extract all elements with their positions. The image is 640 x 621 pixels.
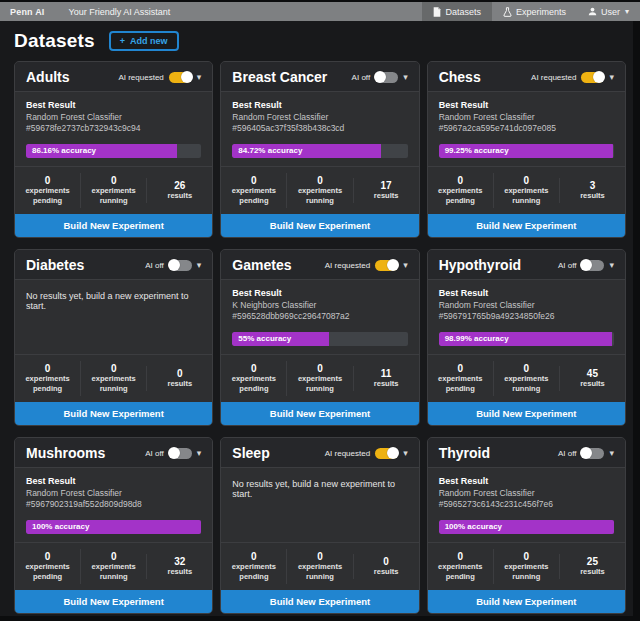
build-new-experiment-button[interactable]: Build New Experiment xyxy=(15,214,212,237)
datasets-grid: Adults AI requested ▾ Best Result Random… xyxy=(0,54,640,614)
toggle-knob xyxy=(374,71,386,83)
toggle-knob xyxy=(168,259,180,271)
chevron-down-icon[interactable]: ▾ xyxy=(197,449,202,458)
stat-running-value: 0 xyxy=(290,551,349,562)
best-result-id: #596528dbb969cc29647087a2 xyxy=(232,311,407,322)
nav-item-experiments[interactable]: Experiments xyxy=(492,2,577,21)
build-new-experiment-button[interactable]: Build New Experiment xyxy=(428,590,625,613)
card-header: Chess AI requested ▾ xyxy=(428,62,625,92)
ai-toggle[interactable] xyxy=(169,448,192,459)
dataset-title[interactable]: Hypothyroid xyxy=(439,257,521,273)
stat-pending-value: 0 xyxy=(431,363,490,374)
nav-item-datasets[interactable]: Datasets xyxy=(422,2,492,21)
stat-pending-value: 0 xyxy=(431,551,490,562)
card-body: Best Result Random Forest Classifier #59… xyxy=(221,92,418,166)
accuracy-bar-fill: 84.72% accuracy xyxy=(232,144,381,158)
accuracy-bar-fill: 99.25% accuracy xyxy=(439,144,613,158)
chevron-down-icon[interactable]: ▾ xyxy=(609,261,614,270)
dataset-card-diabetes: Diabetes AI off ▾ No results yet, build … xyxy=(14,249,213,426)
stat-pending-label: experiments pending xyxy=(18,186,77,206)
build-new-experiment-button[interactable]: Build New Experiment xyxy=(221,590,418,613)
dataset-title[interactable]: Diabetes xyxy=(26,257,84,273)
best-result-id: #596791765b9a49234850fe26 xyxy=(439,311,614,322)
ai-toggle[interactable] xyxy=(169,72,192,83)
stat-results-label: results xyxy=(150,379,209,389)
stat-running-label: experiments running xyxy=(290,186,349,206)
chevron-down-icon[interactable]: ▾ xyxy=(197,261,202,270)
ai-status-label: AI requested xyxy=(118,73,163,82)
stat-pending-value: 0 xyxy=(18,551,77,562)
dataset-title[interactable]: Thyroid xyxy=(439,445,490,461)
stat-results: 45results xyxy=(559,366,625,391)
chevron-down-icon[interactable]: ▾ xyxy=(403,449,408,458)
ai-status-label: AI off xyxy=(145,449,164,458)
stat-running-value: 0 xyxy=(84,175,143,186)
build-new-experiment-button[interactable]: Build New Experiment xyxy=(15,590,212,613)
chevron-down-icon[interactable]: ▾ xyxy=(403,73,408,82)
chevron-down-icon[interactable]: ▾ xyxy=(403,261,408,270)
dataset-title[interactable]: Gametes xyxy=(232,257,291,273)
best-result-id: #5967a2ca595e741dc097e085 xyxy=(439,123,614,134)
dataset-title[interactable]: Adults xyxy=(26,69,70,85)
chevron-down-icon[interactable]: ▾ xyxy=(197,73,202,82)
ai-toggle[interactable] xyxy=(375,72,398,83)
toggle-knob xyxy=(580,447,592,459)
stat-pending-value: 0 xyxy=(18,363,77,374)
stat-pending-value: 0 xyxy=(224,551,283,562)
dataset-title[interactable]: Sleep xyxy=(232,445,269,461)
app-logo[interactable]: Penn AI xyxy=(0,7,55,17)
dataset-card-hypothyroid: Hypothyroid AI off ▾ Best Result Random … xyxy=(427,249,626,426)
build-new-experiment-button[interactable]: Build New Experiment xyxy=(428,214,625,237)
dataset-title[interactable]: Breast Cancer xyxy=(232,69,327,85)
build-new-experiment-button[interactable]: Build New Experiment xyxy=(221,402,418,425)
accuracy-bar: 100% accuracy xyxy=(439,520,614,534)
ai-toggle[interactable] xyxy=(169,260,192,271)
nav-item-user[interactable]: User ▾ xyxy=(577,2,640,21)
best-result-id: #5967902319af552d809d98d8 xyxy=(26,499,201,510)
ai-toggle[interactable] xyxy=(581,448,604,459)
ai-toggle[interactable] xyxy=(581,260,604,271)
accuracy-bar: 86.16% accuracy xyxy=(26,144,201,158)
card-body: No results yet, build a new experiment t… xyxy=(15,280,212,354)
best-result-algorithm: K Neighbors Classifier xyxy=(232,300,407,311)
build-new-experiment-button[interactable]: Build New Experiment xyxy=(221,214,418,237)
accuracy-bar: 98.99% accuracy xyxy=(439,332,614,346)
card-stats: 0experiments pending 0experiments runnin… xyxy=(428,354,625,402)
stat-running-value: 0 xyxy=(290,175,349,186)
nav-label-datasets: Datasets xyxy=(445,7,481,17)
accuracy-bar: 55% accuracy xyxy=(232,332,407,346)
stat-results-label: results xyxy=(357,567,416,577)
accuracy-label: 84.72% accuracy xyxy=(232,146,302,155)
build-new-experiment-button[interactable]: Build New Experiment xyxy=(15,402,212,425)
ai-toggle[interactable] xyxy=(375,448,398,459)
stat-pending-value: 0 xyxy=(224,363,283,374)
stat-running: 0experiments running xyxy=(80,361,146,396)
add-new-dataset-button[interactable]: + Add new xyxy=(109,31,179,51)
stat-results-value: 0 xyxy=(357,556,416,567)
chevron-down-icon[interactable]: ▾ xyxy=(609,449,614,458)
ai-toggle[interactable] xyxy=(581,72,604,83)
stat-pending-label: experiments pending xyxy=(224,186,283,206)
dataset-card-adults: Adults AI requested ▾ Best Result Random… xyxy=(14,61,213,238)
stat-results-label: results xyxy=(357,191,416,201)
chevron-down-icon[interactable]: ▾ xyxy=(609,73,614,82)
stat-results-value: 25 xyxy=(563,556,622,567)
ai-toggle[interactable] xyxy=(375,260,398,271)
card-header: Breast Cancer AI off ▾ xyxy=(221,62,418,92)
user-icon xyxy=(588,7,597,16)
best-result-label: Best Result xyxy=(439,100,614,110)
best-result-label: Best Result xyxy=(26,476,201,486)
dataset-title[interactable]: Chess xyxy=(439,69,481,85)
card-body: Best Result Random Forest Classifier #59… xyxy=(15,92,212,166)
card-stats: 0experiments pending 0experiments runnin… xyxy=(15,166,212,214)
dataset-title[interactable]: Mushrooms xyxy=(26,445,105,461)
card-header: Gametes AI requested ▾ xyxy=(221,250,418,280)
stat-results-value: 45 xyxy=(563,368,622,379)
toggle-knob xyxy=(181,71,193,83)
build-new-experiment-button[interactable]: Build New Experiment xyxy=(428,402,625,425)
ai-status-label: AI requested xyxy=(325,449,370,458)
page-header: Datasets + Add new xyxy=(0,21,640,54)
chevron-down-icon: ▾ xyxy=(625,7,629,16)
card-header: Hypothyroid AI off ▾ xyxy=(428,250,625,280)
stat-running-value: 0 xyxy=(84,363,143,374)
